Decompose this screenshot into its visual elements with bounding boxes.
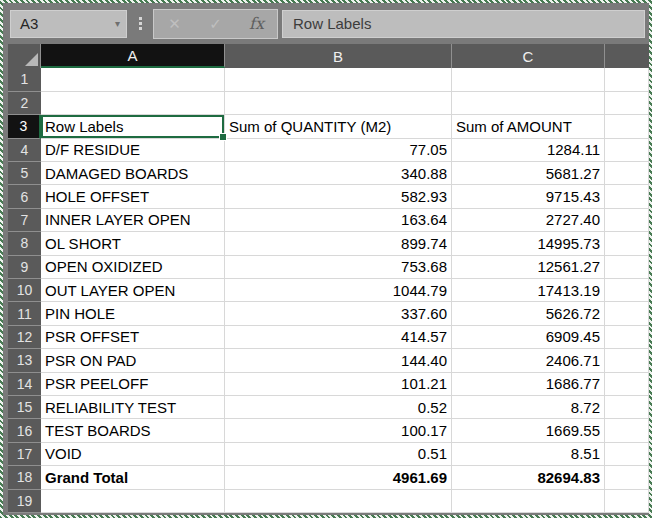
cell-D18[interactable] — [605, 466, 649, 489]
cell-C8[interactable]: 14995.73 — [452, 232, 605, 255]
cell-D5[interactable] — [605, 162, 649, 185]
cell-B18[interactable]: 4961.69 — [225, 466, 452, 489]
cell-C10[interactable]: 17413.19 — [452, 279, 605, 302]
cell-D7[interactable] — [605, 209, 649, 232]
row-header-11[interactable]: 11 — [8, 302, 41, 325]
toolbar-separator-dots[interactable] — [127, 17, 153, 30]
row-header-12[interactable]: 12 — [8, 326, 41, 349]
cell-B4[interactable]: 77.05 — [225, 139, 452, 162]
cell-A6[interactable]: HOLE OFFSET — [41, 185, 225, 208]
cell-B7[interactable]: 163.64 — [225, 209, 452, 232]
cell-D6[interactable] — [605, 185, 649, 208]
cell-B11[interactable]: 337.60 — [225, 302, 452, 325]
cell-A1[interactable] — [41, 68, 225, 91]
row-header-18[interactable]: 18 — [8, 466, 41, 489]
row-header-17[interactable]: 17 — [8, 443, 41, 466]
cell-D19[interactable] — [605, 490, 649, 513]
cell-A7[interactable]: INNER LAYER OPEN — [41, 209, 225, 232]
cell-B19[interactable] — [225, 490, 452, 513]
cell-B16[interactable]: 100.17 — [225, 419, 452, 442]
cell-C13[interactable]: 2406.71 — [452, 349, 605, 372]
cell-A10[interactable]: OUT LAYER OPEN — [41, 279, 225, 302]
cell-C16[interactable]: 1669.55 — [452, 419, 605, 442]
cell-C1[interactable] — [452, 68, 605, 91]
cancel-icon[interactable]: ✕ — [160, 15, 190, 33]
cell-C7[interactable]: 2727.40 — [452, 209, 605, 232]
cell-A15[interactable]: RELIABILITY TEST — [41, 396, 225, 419]
cell-A13[interactable]: PSR ON PAD — [41, 349, 225, 372]
row-header-16[interactable]: 16 — [8, 419, 41, 442]
cell-B17[interactable]: 0.51 — [225, 443, 452, 466]
cell-D1[interactable] — [605, 68, 649, 91]
cell-C6[interactable]: 9715.43 — [452, 185, 605, 208]
cell-C4[interactable]: 1284.11 — [452, 139, 605, 162]
cell-D15[interactable] — [605, 396, 649, 419]
cell-C18[interactable]: 82694.83 — [452, 466, 605, 489]
name-box-dropdown-icon[interactable]: ▾ — [115, 18, 120, 29]
cell-B15[interactable]: 0.52 — [225, 396, 452, 419]
row-header-6[interactable]: 6 — [8, 185, 41, 208]
cell-A5[interactable]: DAMAGED BOARDS — [41, 162, 225, 185]
cell-A9[interactable]: OPEN OXIDIZED — [41, 256, 225, 279]
cell-D14[interactable] — [605, 373, 649, 396]
cell-C12[interactable]: 6909.45 — [452, 326, 605, 349]
column-header-A[interactable]: A — [41, 44, 225, 68]
cell-B12[interactable]: 414.57 — [225, 326, 452, 349]
row-header-9[interactable]: 9 — [8, 256, 41, 279]
row-header-13[interactable]: 13 — [8, 349, 41, 372]
cell-A2[interactable] — [41, 92, 225, 115]
name-box-value[interactable]: A3 — [20, 15, 115, 32]
row-header-19[interactable]: 19 — [8, 490, 41, 513]
cell-A16[interactable]: TEST BOARDS — [41, 419, 225, 442]
cell-C14[interactable]: 1686.77 — [452, 373, 605, 396]
cell-C19[interactable] — [452, 490, 605, 513]
cell-B13[interactable]: 144.40 — [225, 349, 452, 372]
row-header-14[interactable]: 14 — [8, 373, 41, 396]
cell-D4[interactable] — [605, 139, 649, 162]
cell-D9[interactable] — [605, 256, 649, 279]
column-header-B[interactable]: B — [225, 44, 452, 68]
cell-C11[interactable]: 5626.72 — [452, 302, 605, 325]
row-header-3[interactable]: 3 — [8, 115, 41, 138]
cell-A11[interactable]: PIN HOLE — [41, 302, 225, 325]
row-header-4[interactable]: 4 — [8, 139, 41, 162]
cell-A3[interactable]: Row Labels — [41, 115, 225, 138]
cell-A17[interactable]: VOID — [41, 443, 225, 466]
cell-B3[interactable]: Sum of QUANTITY (M2) — [225, 115, 452, 138]
cell-D12[interactable] — [605, 326, 649, 349]
row-header-1[interactable]: 1 — [8, 68, 41, 91]
cell-C2[interactable] — [452, 92, 605, 115]
cell-A8[interactable]: OL SHORT — [41, 232, 225, 255]
cell-D16[interactable] — [605, 419, 649, 442]
cell-B5[interactable]: 340.88 — [225, 162, 452, 185]
cell-A18[interactable]: Grand Total — [41, 466, 225, 489]
row-header-7[interactable]: 7 — [8, 209, 41, 232]
cell-B14[interactable]: 101.21 — [225, 373, 452, 396]
row-header-8[interactable]: 8 — [8, 232, 41, 255]
cell-A19[interactable] — [41, 490, 225, 513]
cell-B9[interactable]: 753.68 — [225, 256, 452, 279]
cell-C5[interactable]: 5681.27 — [452, 162, 605, 185]
row-header-15[interactable]: 15 — [8, 396, 41, 419]
cell-C3[interactable]: Sum of AMOUNT — [452, 115, 605, 138]
cell-D17[interactable] — [605, 443, 649, 466]
cell-B2[interactable] — [225, 92, 452, 115]
insert-function-icon[interactable]: fx — [242, 14, 272, 33]
cell-D8[interactable] — [605, 232, 649, 255]
formula-bar[interactable]: Row Labels — [282, 10, 645, 38]
column-header-C[interactable]: C — [452, 44, 605, 68]
row-header-2[interactable]: 2 — [8, 92, 41, 115]
cell-B6[interactable]: 582.93 — [225, 185, 452, 208]
cell-D13[interactable] — [605, 349, 649, 372]
cell-C9[interactable]: 12561.27 — [452, 256, 605, 279]
cell-A12[interactable]: PSR OFFSET — [41, 326, 225, 349]
cell-A4[interactable]: D/F RESIDUE — [41, 139, 225, 162]
cell-C15[interactable]: 8.72 — [452, 396, 605, 419]
cell-C17[interactable]: 8.51 — [452, 443, 605, 466]
row-header-5[interactable]: 5 — [8, 162, 41, 185]
cell-B1[interactable] — [225, 68, 452, 91]
cell-A14[interactable]: PSR PEELOFF — [41, 373, 225, 396]
cell-D10[interactable] — [605, 279, 649, 302]
name-box[interactable]: A3 ▾ — [10, 10, 127, 38]
cell-B8[interactable]: 899.74 — [225, 232, 452, 255]
